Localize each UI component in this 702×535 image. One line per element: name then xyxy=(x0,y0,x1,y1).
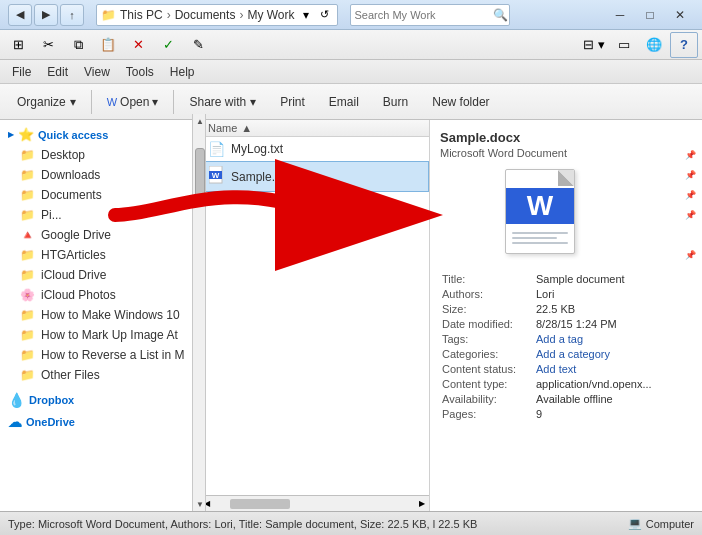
menu-file[interactable]: File xyxy=(4,63,39,81)
documents-folder-icon: 📁 xyxy=(20,188,35,202)
preview-properties: Title: Sample document Authors: Lori Siz… xyxy=(440,271,654,425)
titlebar: ◀ ▶ ↑ 📁 This PC › Documents › My Work ▾ … xyxy=(0,0,702,30)
doc-line-2 xyxy=(512,237,557,239)
onedrive-label: OneDrive xyxy=(26,416,75,428)
quick-access-header[interactable]: ▸ ⭐ Quick access xyxy=(0,124,199,145)
prop-pages: Pages: 9 xyxy=(442,408,652,420)
word-w: W xyxy=(506,188,574,224)
sidebar-item-other-files[interactable]: 📁 Other Files xyxy=(0,365,199,385)
column-name-label: Name xyxy=(208,122,237,134)
rename-icon[interactable]: ✎ xyxy=(184,32,212,58)
how-markup-folder-icon: 📁 xyxy=(20,328,35,342)
view-content-icon[interactable]: ⊞ xyxy=(4,32,32,58)
sharewith-button[interactable]: Share with ▾ xyxy=(178,88,267,116)
back-button[interactable]: ◀ xyxy=(8,4,32,26)
prop-value-contentstatus[interactable]: Add text xyxy=(536,363,576,375)
copy-icon[interactable]: ⧉ xyxy=(64,32,92,58)
pane-icon[interactable]: ▭ xyxy=(610,32,638,58)
prop-contentstatus: Content status: Add text xyxy=(442,363,652,375)
sidebar-item-pi-label: Pi... xyxy=(41,208,62,222)
path-documents[interactable]: Documents xyxy=(175,8,236,22)
prop-value-categories[interactable]: Add a category xyxy=(536,348,610,360)
preview-filetype: Microsoft Word Document xyxy=(440,147,650,159)
prop-availability: Availability: Available offline xyxy=(442,393,652,405)
dropbox-label: Dropbox xyxy=(29,394,74,406)
prop-value-tags[interactable]: Add a tag xyxy=(536,333,583,345)
paste-icon[interactable]: 📋 xyxy=(94,32,122,58)
burn-button[interactable]: Burn xyxy=(372,88,419,116)
view-toggle-icon[interactable]: ⊟ ▾ xyxy=(580,32,608,58)
search-input[interactable] xyxy=(355,9,493,21)
filelist-container: Name ▲ 📄 MyLog.txt W Sample.doc xyxy=(200,120,430,511)
sidebar-item-htgarticles[interactable]: 📁 HTGArticles 📌 xyxy=(0,245,199,265)
minimize-button[interactable]: ─ xyxy=(606,5,634,25)
prop-value-contenttype: application/vnd.openx... xyxy=(536,378,652,390)
email-button[interactable]: Email xyxy=(318,88,370,116)
htg-folder-icon: 📁 xyxy=(20,248,35,262)
sidebar-scroll-up[interactable]: ▲ xyxy=(193,114,207,128)
sidebar-item-documents[interactable]: 📁 Documents 📌 xyxy=(0,185,199,205)
onedrive-header[interactable]: ☁ OneDrive xyxy=(0,411,199,433)
sidebar-item-how-to-make[interactable]: 📁 How to Make Windows 10 xyxy=(0,305,199,325)
file-item-sample[interactable]: W Sample.docx xyxy=(200,161,429,192)
desktop-folder-icon: 📁 xyxy=(20,148,35,162)
preview-doc-icon: W xyxy=(505,169,585,259)
scroll-thumb-h[interactable] xyxy=(230,499,290,509)
menu-help[interactable]: Help xyxy=(162,63,203,81)
open-button[interactable]: W Open ▾ xyxy=(96,88,170,116)
sidebar-scrollbar[interactable]: ▲ ▼ xyxy=(192,114,206,511)
sidebar-item-how-to-markup[interactable]: 📁 How to Mark Up Image At xyxy=(0,325,199,345)
doc-lines xyxy=(512,232,568,247)
menu-view[interactable]: View xyxy=(76,63,118,81)
scroll-right-arrow[interactable]: ▶ xyxy=(419,499,425,508)
horizontal-scrollbar[interactable]: ◀ ▶ xyxy=(200,495,429,511)
address-dropdown[interactable]: ▾ xyxy=(299,8,313,22)
sidebar-item-icloud-photos[interactable]: 🌸 iCloud Photos xyxy=(0,285,199,305)
sidebar-item-desktop[interactable]: 📁 Desktop 📌 xyxy=(0,145,199,165)
sidebar-item-googledrive[interactable]: 🔺 Google Drive xyxy=(0,225,199,245)
docx-file-icon: W xyxy=(209,166,225,187)
close-button[interactable]: ✕ xyxy=(666,5,694,25)
delete-icon[interactable]: ✕ xyxy=(124,32,152,58)
search-icon[interactable]: 🔍 xyxy=(493,8,508,22)
file-item-mylog[interactable]: 📄 MyLog.txt xyxy=(200,137,429,161)
globe-icon[interactable]: 🌐 xyxy=(640,32,668,58)
organize-button[interactable]: Organize ▾ xyxy=(6,88,87,116)
forward-button[interactable]: ▶ xyxy=(34,4,58,26)
dropbox-header[interactable]: 💧 Dropbox xyxy=(0,389,199,411)
prop-authors: Authors: Lori xyxy=(442,288,652,300)
sidebar-scroll-handle[interactable] xyxy=(195,148,205,198)
search-box[interactable]: 🔍 xyxy=(350,4,510,26)
check-icon[interactable]: ✓ xyxy=(154,32,182,58)
newfolder-button[interactable]: New folder xyxy=(421,88,500,116)
sidebar-scroll-down[interactable]: ▼ xyxy=(193,497,207,511)
path-mywork[interactable]: My Work xyxy=(247,8,294,22)
maximize-button[interactable]: □ xyxy=(636,5,664,25)
organize-dropdown-icon: ▾ xyxy=(70,95,76,109)
up-button[interactable]: ↑ xyxy=(60,4,84,26)
file-name-mylog: MyLog.txt xyxy=(231,142,283,156)
other-folder-icon: 📁 xyxy=(20,368,35,382)
menu-edit[interactable]: Edit xyxy=(39,63,76,81)
titlebar-left: ◀ ▶ ↑ 📁 This PC › Documents › My Work ▾ … xyxy=(8,4,510,26)
prop-value-size: 22.5 KB xyxy=(536,303,575,315)
column-name-header[interactable]: Name ▲ xyxy=(200,120,429,137)
help-icon[interactable]: ? xyxy=(670,32,698,58)
prop-value-pages: 9 xyxy=(536,408,542,420)
icloud-drive-icon: 📁 xyxy=(20,268,35,282)
print-button[interactable]: Print xyxy=(269,88,316,116)
path-thispc[interactable]: This PC xyxy=(120,8,163,22)
icon-toolbar: ⊞ ✂ ⧉ 📋 ✕ ✓ ✎ ⊟ ▾ ▭ 🌐 ? xyxy=(0,30,702,60)
sidebar-item-icloud-drive[interactable]: 📁 iCloud Drive xyxy=(0,265,199,285)
cut-icon[interactable]: ✂ xyxy=(34,32,62,58)
address-bar[interactable]: 📁 This PC › Documents › My Work ▾ ↺ xyxy=(96,4,338,26)
menu-tools[interactable]: Tools xyxy=(118,63,162,81)
share-dropdown-icon: ▾ xyxy=(250,95,256,109)
sidebar-item-how-to-reverse[interactable]: 📁 How to Reverse a List in M xyxy=(0,345,199,365)
sidebar-item-downloads[interactable]: 📁 Downloads 📌 xyxy=(0,165,199,185)
sidebar-item-pi[interactable]: 📁 Pi... 📌 xyxy=(0,205,199,225)
refresh-button[interactable]: ↺ xyxy=(317,7,333,23)
prop-size: Size: 22.5 KB xyxy=(442,303,652,315)
sidebar-item-documents-label: Documents xyxy=(41,188,102,202)
doc-icon-shape: W xyxy=(505,169,575,254)
